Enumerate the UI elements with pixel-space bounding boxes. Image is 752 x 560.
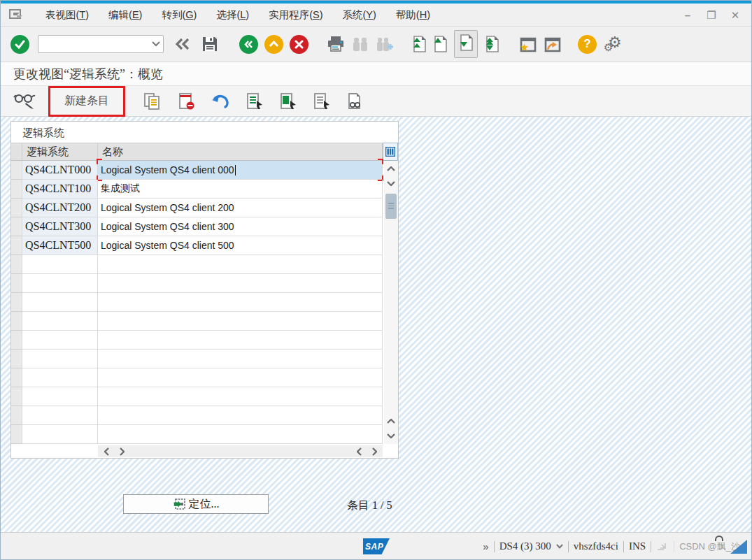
cell-name[interactable]: 集成测试 [98,180,383,199]
position-button[interactable]: 定位... [123,494,269,514]
cell-logical-system[interactable]: QS4CLNT300 [22,217,98,236]
menu-item-selection[interactable]: 选择(L) [206,3,259,26]
menu-item-goto[interactable]: 转到(G) [152,3,206,26]
scroll-page-up-icon[interactable] [384,415,398,428]
vertical-scrollbar-thumb[interactable] [385,194,397,219]
minimize-button[interactable]: – [679,6,697,24]
row-selector[interactable] [11,217,22,236]
row-selector[interactable] [11,255,22,274]
cell-logical-system[interactable]: QS4CLNT000 [22,161,98,180]
row-selector[interactable] [11,180,22,199]
exit-icon[interactable] [264,35,283,54]
cell-name[interactable] [98,350,383,368]
command-field[interactable] [38,35,164,53]
row-selector[interactable] [11,293,22,312]
cell-logical-system[interactable]: QS4CLNT200 [22,199,98,217]
scroll-page-down-icon[interactable] [384,429,398,443]
first-page-icon[interactable] [412,36,426,52]
cell-logical-system[interactable] [22,406,98,425]
scroll-up-icon[interactable] [384,162,398,175]
header-selector[interactable] [11,143,22,160]
new-session-icon[interactable]: ★ [518,36,537,52]
horizontal-scrollbar[interactable] [98,445,383,457]
row-selector[interactable] [11,312,22,331]
command-input[interactable] [38,36,163,52]
menu-item-table-view[interactable]: 表视图(T) [36,3,99,26]
undo-icon[interactable] [211,93,230,110]
find-icon[interactable] [352,36,369,52]
cell-name-editing[interactable]: Logical System QS4 client 000 [98,161,383,180]
hide-command-field-icon[interactable] [175,38,190,50]
cell-logical-system[interactable] [22,387,98,406]
print-icon[interactable] [327,36,345,52]
cell-name[interactable] [98,255,383,274]
row-selector[interactable] [11,274,22,293]
system-menu-icon[interactable] [9,9,24,20]
cell-name[interactable] [98,293,383,312]
chevron-down-icon[interactable] [556,544,563,549]
enter-icon[interactable] [10,35,29,54]
display-change-toggle-icon[interactable] [13,92,36,110]
cell-logical-system[interactable] [22,350,98,368]
close-button[interactable]: ✕ [726,6,744,24]
cell-logical-system[interactable] [22,331,98,350]
cell-logical-system[interactable]: QS4CLNT500 [22,236,98,255]
find-next-icon[interactable] [376,36,394,52]
deselect-all-icon[interactable] [313,92,331,110]
row-selector[interactable] [11,425,22,444]
status-system-field[interactable]: DS4 (3) 300 [499,540,551,552]
cell-logical-system[interactable] [22,255,98,274]
maximize-button[interactable]: ❐ [702,6,721,24]
menu-item-utilities[interactable]: 实用程序(S) [259,3,332,26]
copy-as-icon[interactable] [143,92,162,110]
row-selector[interactable] [11,331,22,350]
row-selector[interactable] [11,236,22,255]
cell-logical-system[interactable] [22,425,98,444]
cell-logical-system[interactable] [22,274,98,293]
customize-layout-icon[interactable]: ⚙ ⚙ [604,34,625,55]
scroll-right-icon[interactable] [115,445,129,457]
scroll-down-icon[interactable] [384,177,398,190]
cell-logical-system[interactable] [22,312,98,331]
cell-logical-system[interactable] [22,368,98,387]
cell-name[interactable] [98,274,383,293]
cell-logical-system[interactable] [22,293,98,312]
vertical-scrollbar[interactable] [384,161,398,444]
cell-name[interactable] [98,387,383,406]
menu-item-edit[interactable]: 编辑(E) [99,3,152,26]
save-icon[interactable] [201,36,218,52]
header-name[interactable]: 名称 [98,143,383,160]
row-selector[interactable] [11,199,22,217]
cell-name[interactable]: Logical System QS4 client 200 [98,199,383,217]
row-selector[interactable] [11,387,22,406]
cell-name[interactable] [98,331,383,350]
new-entries-button[interactable]: 新建条目 [54,90,120,113]
menu-item-system[interactable]: 系统(Y) [333,3,386,26]
cell-name[interactable]: Logical System QS4 client 300 [98,217,383,236]
row-selector[interactable] [11,368,22,387]
cell-logical-system[interactable]: QS4CLNT100 [22,180,98,199]
row-selector[interactable] [11,406,22,425]
scroll-page-right-icon[interactable] [367,445,381,457]
scroll-page-left-icon[interactable] [352,445,366,457]
help-icon[interactable]: ? [578,35,597,54]
menu-item-help[interactable]: 帮助(H) [386,3,440,26]
delete-row-icon[interactable] [177,92,195,110]
row-selector[interactable] [11,350,22,368]
back-icon[interactable] [239,35,258,54]
cell-name[interactable] [98,312,383,331]
more-details-icon[interactable] [346,92,364,110]
last-page-icon[interactable] [485,36,499,52]
previous-page-icon[interactable] [433,36,447,52]
row-selector[interactable] [11,161,22,180]
cancel-icon[interactable] [290,35,308,54]
header-logical-system[interactable]: 逻辑系统 [22,143,98,160]
create-shortcut-icon[interactable] [543,36,561,52]
select-block-icon[interactable] [279,92,297,110]
cell-name[interactable] [98,425,383,444]
cell-name[interactable] [98,406,383,425]
table-configuration-icon[interactable] [383,143,398,161]
scroll-left-icon[interactable] [99,445,113,457]
cell-name[interactable]: Logical System QS4 client 500 [98,236,383,255]
status-expand-icon[interactable]: » [483,540,488,552]
